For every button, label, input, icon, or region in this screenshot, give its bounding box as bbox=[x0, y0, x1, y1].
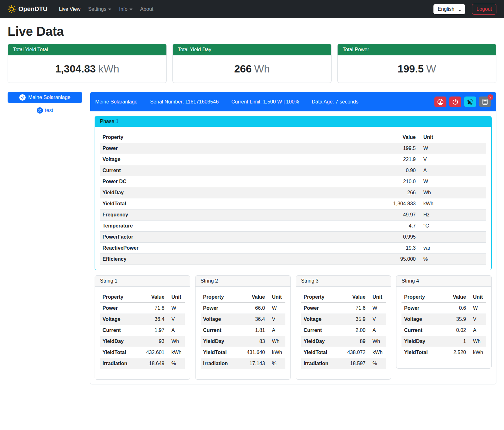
property-cell: Frequency bbox=[100, 209, 383, 221]
value-cell: 49.97 bbox=[383, 209, 418, 221]
inverter-select-label: Meine Solaranlage bbox=[28, 95, 70, 100]
sun-icon bbox=[8, 5, 16, 13]
card-title: Total Power bbox=[338, 44, 496, 55]
table-row: Power0.6W bbox=[401, 303, 486, 314]
value-cell: 95.000 bbox=[383, 254, 418, 265]
value-cell: 221.9 bbox=[383, 154, 418, 165]
unit-cell: kWh bbox=[167, 347, 185, 358]
string-3-card: String 3 Property Value Unit bbox=[296, 275, 391, 380]
nav-item-label: Info bbox=[119, 6, 128, 12]
power-button[interactable] bbox=[449, 97, 461, 107]
table-header-row: Property Value Unit bbox=[100, 132, 486, 143]
caret-down-icon bbox=[108, 9, 111, 10]
brand-label: OpenDTU bbox=[18, 5, 47, 13]
value-cell: 36.4 bbox=[140, 314, 167, 325]
unit-cell: kWh bbox=[418, 198, 486, 209]
value-cell: 431.640 bbox=[241, 347, 268, 358]
unit-cell: Wh bbox=[268, 336, 285, 347]
table-row: Power66.0W bbox=[201, 303, 285, 314]
card-value: 1,304.83 bbox=[55, 63, 96, 75]
unit-cell: A bbox=[418, 165, 486, 176]
event-log-button[interactable]: 2 bbox=[479, 97, 491, 107]
unit-column-header: Unit bbox=[418, 132, 486, 143]
sidebar-filter-test[interactable]: test bbox=[8, 107, 82, 114]
table-row: YieldTotal431.640kWh bbox=[201, 347, 285, 358]
device-info-button[interactable] bbox=[464, 97, 476, 107]
language-selected-value: English bbox=[438, 6, 454, 12]
card-unit: W bbox=[426, 63, 436, 75]
property-column-header: Property bbox=[301, 292, 342, 303]
table-row: Voltage36.4V bbox=[201, 314, 285, 325]
value-cell: 18.597 bbox=[341, 358, 368, 369]
nav-item-info[interactable]: Info bbox=[116, 4, 136, 15]
brand[interactable]: OpenDTU bbox=[8, 5, 47, 13]
nav-item-settings[interactable]: Settings bbox=[85, 4, 115, 15]
property-cell: Irradiation bbox=[301, 358, 342, 369]
property-cell: Voltage bbox=[301, 314, 342, 325]
card-value-area: 266Wh bbox=[173, 55, 331, 83]
property-cell: Power bbox=[100, 303, 140, 314]
property-cell: YieldDay bbox=[301, 336, 342, 347]
page-content: Live Data Total Yield Total 1,304.83kWh … bbox=[0, 18, 504, 392]
inverter-serial: Serial Number: 116171603546 bbox=[150, 99, 219, 105]
nav-item-about[interactable]: About bbox=[137, 4, 157, 15]
table-row: Irradiation18.597% bbox=[301, 358, 386, 369]
limit-settings-button[interactable] bbox=[434, 97, 446, 107]
value-cell: 210.0 bbox=[383, 176, 418, 187]
table-row: Current1.97A bbox=[100, 325, 185, 336]
table-row: YieldDay93Wh bbox=[100, 336, 185, 347]
unit-column-header: Unit bbox=[268, 292, 285, 303]
unit-cell: Wh bbox=[368, 336, 386, 347]
table-row: YieldDay1Wh bbox=[401, 336, 486, 347]
unit-cell: Hz bbox=[418, 209, 486, 221]
value-cell: 0.90 bbox=[383, 165, 418, 176]
property-cell: Current bbox=[100, 325, 140, 336]
nav-item-label: Settings bbox=[88, 6, 106, 12]
unit-cell: A bbox=[167, 325, 185, 336]
power-icon bbox=[452, 98, 459, 105]
table-row: Current0.02A bbox=[401, 325, 486, 336]
string-card-body: Property Value Unit Power71.8WVoltage36.… bbox=[95, 287, 190, 379]
value-cell: 0.6 bbox=[442, 303, 469, 314]
property-cell: YieldDay bbox=[100, 187, 383, 198]
value-cell: 266 bbox=[383, 187, 418, 198]
table-row: Voltage221.9V bbox=[100, 154, 486, 165]
unit-cell: % bbox=[268, 358, 285, 369]
unit-cell: % bbox=[167, 358, 185, 369]
total-yield-day-card: Total Yield Day 266Wh bbox=[172, 44, 332, 83]
language-select[interactable]: English bbox=[433, 4, 465, 14]
unit-cell: V bbox=[167, 314, 185, 325]
property-cell: Power DC bbox=[100, 176, 383, 187]
value-cell: 71.8 bbox=[140, 303, 167, 314]
logout-button[interactable]: Logout bbox=[472, 4, 496, 15]
page-title: Live Data bbox=[8, 24, 496, 39]
nav-item-live-view[interactable]: Live View bbox=[56, 4, 84, 15]
property-cell: Irradiation bbox=[201, 358, 241, 369]
inverter-name: Meine Solaranlage bbox=[95, 99, 137, 105]
property-cell: YieldDay bbox=[100, 336, 140, 347]
value-column-header: Value bbox=[241, 292, 268, 303]
inverter-card: Meine Solaranlage Serial Number: 1161716… bbox=[90, 92, 496, 384]
top-navbar: OpenDTU Live View Settings Info About En… bbox=[0, 0, 504, 18]
inverter-select-button[interactable]: Meine Solaranlage bbox=[8, 92, 82, 103]
string-1-card: String 1 Property Value Unit bbox=[95, 275, 190, 380]
value-cell: 199.5 bbox=[383, 143, 418, 154]
table-row: Current2.00A bbox=[301, 325, 386, 336]
inverter-card-body: Phase 1 Property Value Unit Power199.5WV… bbox=[90, 111, 496, 384]
value-column-header: Value bbox=[442, 292, 469, 303]
unit-cell bbox=[418, 232, 486, 243]
table-row: Efficiency95.000% bbox=[100, 254, 486, 265]
property-cell: Current bbox=[401, 325, 442, 336]
caret-down-icon bbox=[458, 10, 461, 11]
string-card-title: String 1 bbox=[95, 276, 190, 287]
unit-cell: A bbox=[368, 325, 386, 336]
table-row: ReactivePower19.3var bbox=[100, 243, 486, 254]
property-column-header: Property bbox=[401, 292, 442, 303]
string-table: Property Value Unit Power71.8WVoltage36.… bbox=[100, 292, 185, 369]
string-card-title: String 3 bbox=[296, 276, 391, 287]
table-row: Voltage36.4V bbox=[100, 314, 185, 325]
total-power-card: Total Power 199.5W bbox=[337, 44, 496, 83]
unit-cell: V bbox=[368, 314, 386, 325]
inverter-data-age: Data Age: 7 seconds bbox=[312, 99, 358, 105]
unit-cell: V bbox=[469, 314, 486, 325]
